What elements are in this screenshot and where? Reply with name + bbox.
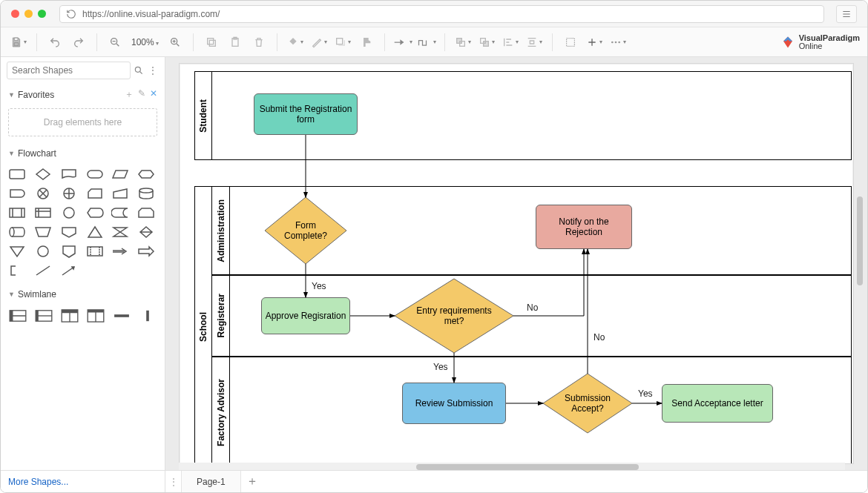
node-notify-rejection[interactable]: Notify on the Rejection — [536, 205, 632, 249]
shape-or[interactable] — [60, 187, 78, 200]
zoom-out-button[interactable] — [105, 32, 125, 53]
node-form-complete[interactable]: Form Complete? — [265, 197, 346, 264]
search-shapes-input[interactable] — [7, 62, 131, 79]
shape-manual-op[interactable] — [34, 225, 52, 239]
zoom-in-button[interactable] — [165, 32, 185, 53]
shape-line[interactable] — [34, 264, 52, 277]
delete-button[interactable] — [249, 32, 269, 53]
vertical-scrollbar[interactable] — [855, 63, 864, 464]
select-mode-button[interactable] — [560, 32, 581, 53]
paste-button[interactable] — [225, 32, 246, 53]
shape-document[interactable] — [60, 168, 78, 181]
add-page-button[interactable]: ＋ — [241, 471, 263, 492]
node-review-submission[interactable]: Review Submission — [402, 383, 506, 424]
shape-decision[interactable] — [34, 168, 52, 181]
more-tools-button[interactable] — [608, 32, 628, 53]
zoom-level[interactable]: 100% — [128, 37, 162, 47]
more-shapes-link[interactable]: More Shapes... — [1, 471, 165, 492]
flowchart-section-header[interactable]: ▼ Flowchart — [1, 144, 165, 163]
shape-stored-data[interactable] — [111, 206, 129, 219]
shape-display[interactable] — [86, 206, 104, 219]
shape-predefined[interactable] — [8, 206, 26, 219]
close-window-icon[interactable] — [11, 10, 19, 18]
tab-page-1[interactable]: Page-1 — [182, 471, 241, 492]
shape-summing[interactable] — [34, 187, 52, 200]
shape-tape[interactable] — [86, 245, 104, 258]
shape-offpage[interactable] — [60, 225, 78, 239]
shape-vpool[interactable] — [60, 308, 79, 323]
shape-manual-input[interactable] — [111, 187, 129, 200]
shape-process[interactable] — [8, 168, 26, 181]
lane-admin-label[interactable]: Administration — [212, 186, 230, 275]
shape-loop-limit[interactable] — [137, 206, 155, 219]
diagram-canvas[interactable]: Student School Administration Registerar… — [179, 63, 854, 464]
search-icon[interactable] — [134, 65, 145, 76]
node-entry-requirements[interactable]: Entry requirements met? — [395, 279, 513, 353]
pool-school-label[interactable]: School — [194, 186, 212, 464]
lane-registerar-label[interactable]: Registerar — [212, 275, 230, 357]
url-bar[interactable]: https://online.visual-paradigm.com/ — [59, 5, 824, 23]
browser-menu-button[interactable] — [836, 5, 857, 23]
shape-delay[interactable] — [8, 187, 26, 200]
connector-end-button[interactable] — [392, 32, 413, 53]
align-button[interactable] — [500, 32, 521, 53]
shape-annotation[interactable] — [8, 264, 26, 277]
shape-direct-data[interactable] — [8, 225, 26, 239]
edit-favorite-icon[interactable]: ✎ — [138, 88, 145, 101]
undo-button[interactable] — [45, 32, 65, 53]
shape-vlane[interactable] — [87, 308, 105, 323]
copy-button[interactable] — [201, 32, 222, 53]
sidebar-more-icon[interactable]: ⋮ — [148, 65, 159, 76]
shape-transfer[interactable] — [111, 245, 129, 258]
node-submission-accept[interactable]: Submission Accept? — [543, 374, 632, 433]
shape-extract[interactable] — [86, 225, 104, 239]
connector-style-button[interactable] — [416, 32, 437, 53]
save-button[interactable] — [8, 32, 29, 53]
shape-hlane[interactable] — [34, 308, 53, 323]
pool-student-label[interactable]: Student — [194, 71, 212, 160]
tab-drag-handle[interactable]: ⋮ — [165, 471, 182, 492]
add-favorite-icon[interactable]: ＋ — [125, 88, 134, 101]
shape-arrow[interactable] — [137, 245, 155, 258]
shape-offpage2[interactable] — [60, 245, 78, 258]
shape-card[interactable] — [86, 187, 104, 200]
node-submit-registration[interactable]: Submit the Registration form — [254, 93, 358, 135]
minimize-window-icon[interactable] — [24, 10, 33, 18]
shape-sort[interactable] — [137, 225, 155, 239]
distribute-button[interactable] — [524, 32, 545, 53]
brand-logo-area[interactable]: VisualParadigmOnline — [781, 34, 860, 50]
shadow-button[interactable] — [332, 32, 353, 53]
shape-circle[interactable] — [34, 245, 52, 258]
fill-color-button[interactable] — [285, 32, 306, 53]
canvas-area[interactable]: Student School Administration Registerar… — [165, 57, 867, 470]
shape-merge[interactable] — [8, 245, 26, 258]
node-send-acceptance[interactable]: Send Acceptance letter — [662, 384, 773, 423]
favorites-section-header[interactable]: ▼ Favorites ＋ ✎ ✕ — [1, 84, 165, 105]
shape-internal-storage[interactable] — [34, 206, 52, 219]
favorites-drop-area[interactable]: Drag elements here — [8, 108, 157, 136]
to-back-button[interactable] — [476, 32, 497, 53]
shape-data[interactable] — [111, 168, 129, 181]
shape-arrow-line[interactable] — [60, 264, 78, 277]
lane-advisor-label[interactable]: Factory Advisor — [212, 357, 230, 464]
shape-hbar[interactable] — [113, 308, 131, 323]
shape-collate[interactable] — [111, 225, 129, 239]
shape-database[interactable] — [137, 187, 155, 200]
to-front-button[interactable] — [453, 32, 473, 53]
add-shape-button[interactable] — [584, 32, 605, 53]
swimlane-section-header[interactable]: ▼ Swimlane — [1, 285, 165, 304]
shape-hpool[interactable] — [8, 308, 27, 323]
reload-icon[interactable] — [66, 9, 76, 19]
close-favorite-icon[interactable]: ✕ — [150, 88, 157, 101]
maximize-window-icon[interactable] — [38, 10, 46, 18]
shape-preparation[interactable] — [137, 168, 155, 181]
line-color-button[interactable] — [309, 32, 329, 53]
shape-vbar[interactable] — [139, 308, 157, 323]
svg-point-20 — [139, 188, 153, 193]
format-painter-button[interactable] — [356, 32, 377, 53]
shape-terminator[interactable] — [86, 168, 104, 181]
redo-button[interactable] — [68, 32, 89, 53]
node-approve-registration[interactable]: Approve Regisration — [261, 297, 350, 334]
shape-connector[interactable] — [60, 206, 78, 219]
horizontal-scrollbar[interactable] — [179, 463, 845, 470]
